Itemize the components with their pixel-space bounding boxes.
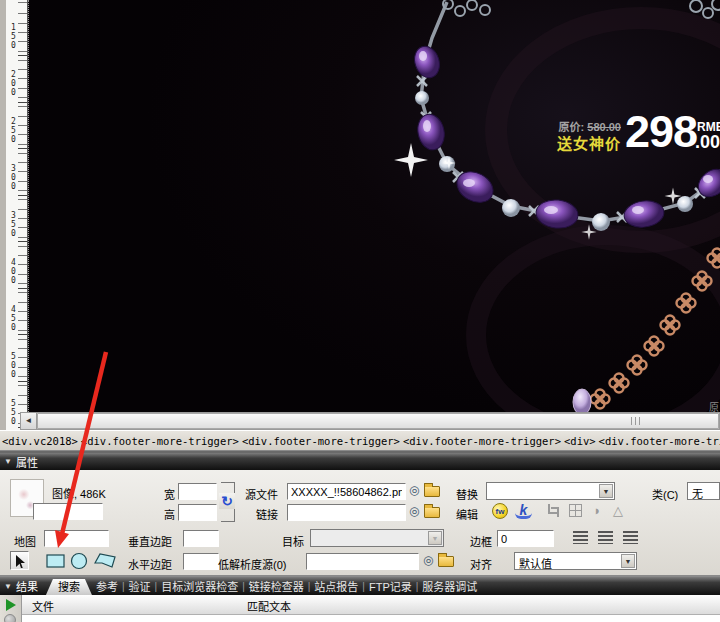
tag-selector-item[interactable]: <div.footer-more-trigger> bbox=[242, 435, 400, 447]
align-dropdown-arrow-icon[interactable]: ▼ bbox=[621, 554, 635, 568]
pointer-arrow-icon bbox=[16, 555, 25, 568]
image-type-label: 图像, 486K bbox=[52, 485, 106, 501]
ruler-number: 550 bbox=[9, 399, 17, 426]
price-block: 原价: 580.00 送女神价 298 RMB .00 bbox=[551, 112, 720, 164]
src-point-to-file-icon[interactable]: ◎ bbox=[409, 484, 422, 497]
tab-ftp-log[interactable]: FTP记录 bbox=[365, 578, 416, 594]
results-panel-title: 结果 bbox=[16, 578, 38, 594]
properties-panel-header[interactable]: ▼ 属性 bbox=[0, 453, 720, 470]
run-search-play-icon[interactable] bbox=[6, 599, 16, 611]
alt-dropdown[interactable]: ▼ bbox=[486, 482, 615, 500]
ruler-number: 200 bbox=[9, 70, 17, 97]
promo-price-label: 送女神价 bbox=[551, 132, 621, 153]
ruler-number: 150 bbox=[9, 23, 17, 50]
corner-price-label: 原价: bbox=[709, 399, 720, 412]
brightness-contrast-icon[interactable]: ◑ bbox=[592, 503, 600, 518]
scrollbar-thumb[interactable] bbox=[37, 413, 719, 429]
tag-selector-item[interactable]: <div.footer-more-trigge> bbox=[599, 435, 720, 447]
align-dropdown-value: 默认值 bbox=[519, 558, 552, 570]
vertical-ruler: 150 200 250 300 350 400 450 500 550 bbox=[0, 0, 28, 430]
ruler-ticks bbox=[18, 0, 27, 430]
resample-icon[interactable] bbox=[569, 504, 582, 517]
scroll-left-button[interactable]: ◄ bbox=[21, 413, 37, 429]
results-column-header: 文件 匹配文本 bbox=[22, 595, 720, 615]
tab-site-reports[interactable]: 站点报告 bbox=[310, 578, 362, 594]
price-cents: .00 bbox=[695, 132, 720, 153]
hmargin-label: 水平边距 bbox=[128, 556, 172, 572]
properties-panel-title: 属性 bbox=[16, 454, 38, 470]
link-browse-folder-icon[interactable] bbox=[424, 507, 440, 518]
scrollbar-grip bbox=[631, 417, 641, 425]
rectangle-hotspot-tool[interactable] bbox=[47, 555, 64, 567]
tab-validation[interactable]: 验证 bbox=[125, 578, 155, 594]
lowsrc-point-to-file-icon[interactable]: ◎ bbox=[423, 554, 436, 567]
match-column-header[interactable]: 匹配文本 bbox=[247, 598, 291, 614]
tag-selector-item[interactable]: <div.footer-more-trigger> bbox=[403, 435, 561, 447]
hotspot-tools bbox=[44, 550, 122, 572]
oval-hotspot-tool[interactable] bbox=[72, 554, 87, 569]
ruler-number: 350 bbox=[9, 211, 17, 238]
collapse-icon[interactable]: ▼ bbox=[4, 582, 12, 591]
link-field[interactable] bbox=[287, 504, 406, 521]
results-tabs: 搜索 参考 | 验证 | 目标浏览器检查 | 链接检查器 | 站点报告 | FT… bbox=[46, 577, 481, 595]
src-browse-folder-icon[interactable] bbox=[424, 486, 440, 497]
tag-selector-item[interactable]: <div.footer-more-trigger> bbox=[81, 435, 239, 447]
alt-dropdown-arrow-icon[interactable]: ▼ bbox=[599, 484, 613, 498]
scroll-left-icon: ◄ bbox=[25, 416, 33, 425]
tag-selector-bar: <div.vc2018> <div.footer-more-trigger> <… bbox=[0, 430, 720, 451]
price-main: 298 bbox=[625, 106, 697, 158]
align-dropdown[interactable]: 默认值 ▼ bbox=[514, 552, 637, 570]
class-dropdown[interactable]: 无 bbox=[687, 482, 720, 500]
align-right-icon[interactable] bbox=[623, 531, 638, 544]
horizontal-scrollbar[interactable]: ◄ bbox=[20, 412, 720, 430]
align-left-icon[interactable] bbox=[573, 531, 588, 544]
map-field[interactable] bbox=[44, 530, 109, 547]
external-editor-icon[interactable]: k bbox=[515, 502, 532, 519]
results-panel-header[interactable]: ▼ 结果 搜索 参考 | 验证 | 目标浏览器检查 | 链接检查器 | 站点报告… bbox=[0, 577, 720, 595]
refresh-size-icon[interactable]: ↻ bbox=[219, 493, 235, 509]
results-list-area[interactable] bbox=[22, 615, 720, 622]
hmargin-field[interactable] bbox=[183, 553, 219, 570]
ruler-number: 450 bbox=[9, 305, 17, 332]
design-view-canvas[interactable]: 原价: 580.00 送女神价 298 RMB .00 原价: bbox=[28, 0, 720, 412]
fireworks-edit-icon[interactable]: fw bbox=[492, 503, 508, 519]
align-center-icon[interactable] bbox=[598, 531, 613, 544]
file-column-header[interactable]: 文件 bbox=[32, 598, 54, 614]
polygon-hotspot-tool[interactable] bbox=[95, 554, 115, 567]
lowsrc-label: 低解析度源(0) bbox=[218, 556, 286, 572]
pointer-tool-button[interactable] bbox=[10, 551, 29, 570]
link-point-to-file-icon[interactable]: ◎ bbox=[409, 505, 422, 518]
height-field[interactable] bbox=[178, 504, 217, 521]
sharpen-icon[interactable]: △ bbox=[613, 503, 623, 518]
tab-search[interactable]: 搜索 bbox=[46, 579, 92, 595]
link-label: 链接 bbox=[256, 506, 278, 522]
tab-link-checker[interactable]: 链接检查器 bbox=[245, 578, 308, 594]
height-label: 高 bbox=[164, 506, 175, 522]
collapse-icon[interactable]: ▼ bbox=[4, 457, 12, 466]
width-label: 宽 bbox=[164, 486, 175, 502]
crop-icon[interactable] bbox=[546, 504, 559, 517]
width-field[interactable] bbox=[178, 483, 217, 500]
target-dropdown: ▼ bbox=[310, 529, 444, 547]
edit-label: 编辑 bbox=[456, 506, 478, 522]
class-dropdown-value: 无 bbox=[692, 488, 703, 500]
ruler-number: 400 bbox=[9, 258, 17, 285]
tab-browser-check[interactable]: 目标浏览器检查 bbox=[157, 578, 242, 594]
lowsrc-field[interactable] bbox=[306, 553, 419, 570]
tab-server-debug[interactable]: 服务器调试 bbox=[418, 578, 481, 594]
vmargin-label: 垂直边距 bbox=[128, 533, 172, 549]
tag-selector-item[interactable]: <div> bbox=[564, 435, 596, 447]
stop-icon[interactable] bbox=[4, 614, 16, 622]
src-field[interactable] bbox=[287, 483, 406, 500]
dreamweaver-workspace: 原价: 580.00 送女神价 298 RMB .00 原价: 150 200 … bbox=[0, 0, 720, 622]
border-field[interactable] bbox=[497, 530, 554, 547]
ruler-number: 500 bbox=[9, 352, 17, 379]
lowsrc-browse-folder-icon[interactable] bbox=[438, 556, 454, 567]
vmargin-field[interactable] bbox=[183, 530, 219, 547]
tag-selector-item[interactable]: <div.vc2018> bbox=[2, 435, 78, 447]
image-name-field[interactable] bbox=[33, 503, 103, 520]
properties-panel: ▼ 属性 图像, 486K 宽 高 ↻ 源文件 ◎ 链接 ◎ 替换 ▼ 类(C)… bbox=[0, 451, 720, 577]
tab-reference[interactable]: 参考 bbox=[92, 578, 122, 594]
alt-label: 替换 bbox=[456, 486, 478, 502]
align-label: 对齐 bbox=[470, 556, 492, 572]
